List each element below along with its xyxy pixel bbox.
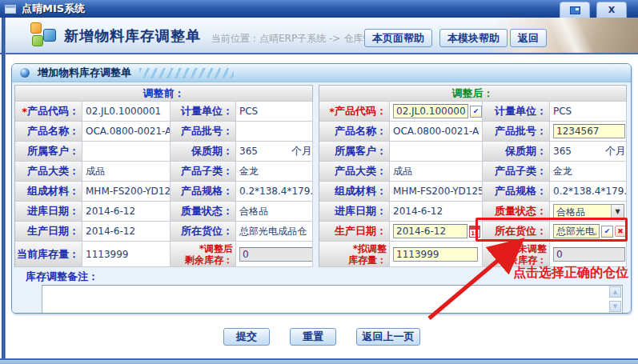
before-quality-label: 质量状态： bbox=[171, 202, 236, 222]
logo-square-blue bbox=[43, 29, 56, 42]
before-batch-label: 产品批号： bbox=[171, 122, 236, 142]
after-subcategory-label: 产品子类： bbox=[483, 162, 550, 182]
app-logo bbox=[30, 22, 56, 48]
breadcrumb: 当前位置：点晴ERP子系统 -> 仓库管理 bbox=[211, 32, 382, 46]
module-help-button[interactable]: 本模块帮助 bbox=[439, 29, 508, 47]
page-title: 新增物料库存调整单 bbox=[64, 26, 201, 46]
before-product-code-value: 02.JL0.1000001 bbox=[82, 102, 171, 122]
after-batch-input[interactable] bbox=[553, 124, 625, 138]
logo-square-green bbox=[32, 35, 43, 46]
before-shelf-value: 365个月 bbox=[236, 142, 313, 162]
location-select-icon[interactable]: ✔ bbox=[601, 226, 613, 238]
after-production-date-label: 生产日期： bbox=[319, 222, 390, 242]
location-clear-icon[interactable]: ✖ bbox=[615, 226, 626, 237]
after-shelf-unit: 个月 bbox=[605, 144, 626, 158]
after-instock-date-value: 2014-6-12 bbox=[390, 202, 483, 222]
return-button[interactable]: 返回 bbox=[510, 29, 547, 47]
before-unit-value: PCS bbox=[236, 102, 313, 122]
after-customer-label: 所属客户： bbox=[319, 142, 390, 162]
before-customer-label: 所属客户： bbox=[15, 142, 82, 162]
after-material-label: 组成材料： bbox=[319, 182, 390, 202]
after-batch-label: 产品批号： bbox=[483, 122, 550, 142]
before-product-name-value: OCA.0800-0021-A bbox=[82, 122, 171, 142]
after-batch-cell bbox=[550, 122, 627, 142]
reset-button[interactable]: 重置 bbox=[290, 328, 336, 346]
window-icon bbox=[5, 5, 16, 14]
restore-window-button[interactable] bbox=[560, 2, 590, 18]
after-unadjust-remain-cell bbox=[550, 242, 627, 267]
after-unit-label: 计量单位： bbox=[483, 102, 550, 122]
window-title: 点晴MIS系统 bbox=[22, 2, 85, 16]
scrollbar-up-icon[interactable]: ▲ bbox=[609, 286, 621, 298]
before-category-label: 产品大类： bbox=[15, 162, 82, 182]
before-spec-label: 产品规格： bbox=[171, 182, 236, 202]
before-product-code-label: *产品代码： bbox=[15, 102, 82, 122]
quality-status-selected: 合格品 bbox=[554, 205, 611, 218]
before-quality-value: 合格品 bbox=[236, 202, 313, 222]
after-instock-date-label: 进库日期： bbox=[319, 202, 390, 222]
after-product-code-input[interactable] bbox=[393, 104, 468, 118]
product-code-select-icon[interactable]: ✔ bbox=[470, 106, 482, 118]
page-help-button[interactable]: 本页面帮助 bbox=[364, 29, 432, 47]
after-production-date-input[interactable] bbox=[393, 224, 467, 238]
logo-square-orange bbox=[30, 22, 42, 34]
before-production-date-label: 生产日期： bbox=[15, 222, 82, 242]
after-product-name-label: 产品名称： bbox=[319, 122, 390, 142]
before-after-remain-cell bbox=[236, 242, 313, 267]
before-batch-value bbox=[236, 122, 313, 142]
after-spec-label: 产品规格： bbox=[483, 182, 550, 202]
after-adjust-qty-input[interactable] bbox=[393, 247, 478, 262]
before-category-value: 成品 bbox=[82, 162, 171, 182]
after-location-label: 所在货位： bbox=[483, 222, 550, 242]
after-product-code-label: *产品代码： bbox=[319, 102, 390, 122]
after-category-label: 产品大类： bbox=[319, 162, 390, 182]
before-section-header: 调整前： bbox=[15, 86, 313, 102]
after-location-cell: ✔ ✖ bbox=[550, 222, 627, 242]
after-shelf-value: 365个月 bbox=[550, 142, 627, 162]
before-current-stock-value: 1113999 bbox=[82, 242, 171, 267]
before-production-date-value: 2014-6-12 bbox=[82, 222, 171, 242]
after-unit-value: PCS bbox=[550, 102, 627, 122]
before-subcategory-label: 产品子类： bbox=[171, 162, 236, 182]
after-section-header: 调整后： bbox=[319, 86, 627, 102]
before-instock-date-value: 2014-6-12 bbox=[82, 202, 171, 222]
before-customer-value bbox=[82, 142, 171, 162]
before-material-value: MHM-FS200-YD125 bbox=[82, 182, 171, 202]
before-location-label: 所在货位： bbox=[171, 222, 236, 242]
after-shelf-label: 保质期： bbox=[483, 142, 550, 162]
after-unadjust-remain-label: *未调整 剩余库存： bbox=[483, 242, 550, 267]
remarks-textarea[interactable]: ▲ ▼ bbox=[42, 285, 623, 314]
after-location-input[interactable] bbox=[553, 224, 600, 238]
before-shelf-label: 保质期： bbox=[171, 142, 236, 162]
before-product-name-label: 产品名称： bbox=[15, 122, 82, 142]
before-adjustment-table: 调整前： *产品代码： 02.JL0.1000001 计量单位： PCS 产品名… bbox=[14, 85, 313, 267]
quality-status-dropdown[interactable]: 合格品 ▼ bbox=[553, 204, 624, 219]
submit-button[interactable]: 提交 bbox=[223, 328, 270, 346]
after-production-date-cell: 15 bbox=[390, 222, 483, 242]
after-adjust-qty-label: *拟调整 库存量： bbox=[319, 242, 390, 267]
after-adjustment-table: 调整后： *产品代码： ✔ 计量单位： PCS 产品名称： OCA.0800-0… bbox=[319, 85, 627, 267]
after-customer-value bbox=[390, 142, 483, 162]
after-category-value: 成品 bbox=[390, 162, 483, 182]
bullet-sphere-icon bbox=[20, 68, 30, 78]
restore-icon bbox=[570, 6, 580, 14]
left-edge-splitter bbox=[2, 18, 6, 359]
header-divider bbox=[0, 53, 638, 54]
calendar-icon[interactable]: 15 bbox=[469, 226, 480, 238]
dropdown-arrow-icon: ▼ bbox=[611, 205, 624, 218]
before-material-label: 组成材料： bbox=[15, 182, 82, 202]
scrollbar-down-icon[interactable]: ▼ bbox=[609, 301, 621, 312]
panel-title: 增加物料库存调整单 bbox=[38, 66, 131, 80]
window-bottom-edge bbox=[0, 358, 638, 364]
before-after-remain-label: *调整后 剩余库存： bbox=[171, 242, 236, 267]
after-spec-value: 0.2*138.4*179.16 bbox=[550, 182, 627, 202]
annotation-tip-text: 点击选择正确的仓位 bbox=[513, 265, 628, 282]
after-product-name-value: OCA.0800-0021-A bbox=[390, 122, 483, 142]
after-adjust-qty-cell bbox=[390, 242, 483, 267]
back-previous-page-button[interactable]: 返回上一页 bbox=[356, 328, 420, 346]
close-window-button[interactable]: X bbox=[596, 2, 627, 18]
before-location-value: 总部光电成品仓 bbox=[236, 222, 313, 242]
stripes-decoration bbox=[139, 68, 234, 78]
after-subcategory-value: 金龙 bbox=[550, 162, 627, 182]
window-title-bar: 点晴MIS系统 X bbox=[0, 0, 638, 18]
